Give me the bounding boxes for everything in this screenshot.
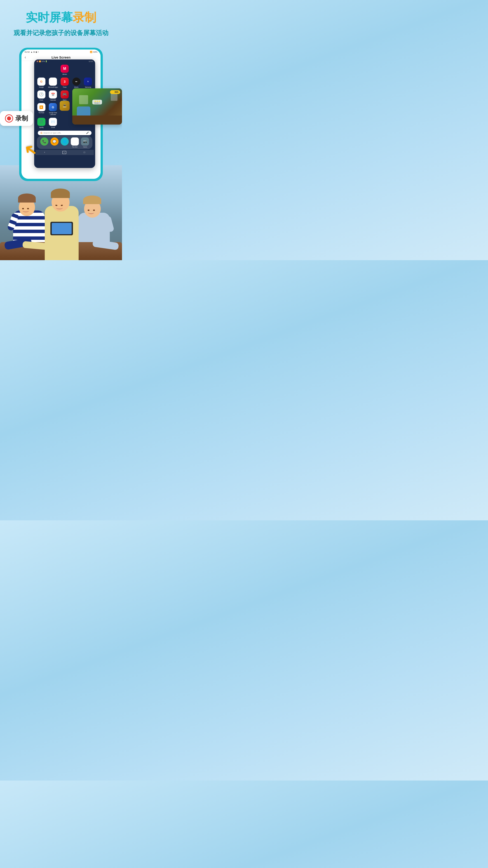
app-google-now[interactable]: G Google Now Launcher xyxy=(48,103,58,116)
search-placeholder: Search or type URL xyxy=(43,132,85,134)
dock-playstore-icon: ▶ xyxy=(71,137,79,146)
calendar-label: Calendar xyxy=(50,99,56,101)
main-title: 实时屏幕录制 xyxy=(4,11,118,24)
child-right-eye-right xyxy=(93,210,95,211)
child-left-eye-right xyxy=(27,208,29,209)
held-phone-screen xyxy=(52,223,72,234)
back-button[interactable]: ‹ xyxy=(25,55,26,60)
child-right-smile xyxy=(88,211,94,214)
dock-phone[interactable]: 📞 xyxy=(39,137,49,148)
signal-icons: ▲ ⊗ ◉ • xyxy=(31,51,39,53)
phone-section: 01:52 ▲ ⊗ ◉ • 📶 63% ‹ Live Screen 🔇 📶 22… xyxy=(4,48,118,188)
page-wrapper: 实时屏幕录制 观看并记录您孩子的设备屏幕活动 01:52 ▲ ⊗ ◉ • 📶 6… xyxy=(0,0,122,260)
camera-label: Camera xyxy=(83,146,87,148)
youtube-label: YouTube xyxy=(38,112,44,114)
building-1 xyxy=(79,95,88,104)
calendar-icon: 📅 xyxy=(49,90,57,98)
microsoft-label: Microsoft Apps xyxy=(48,86,58,88)
google-icon: G xyxy=(37,78,45,86)
mario-label: Mario xyxy=(63,99,66,101)
game-score-badge: ★ 065 xyxy=(110,90,120,94)
monzo-label: Monzo xyxy=(62,73,67,75)
header-area: 实时屏幕录制 观看并记录您孩子的设备屏幕活动 xyxy=(0,0,122,41)
status-left: 01:52 ▲ ⊗ ◉ • xyxy=(25,51,39,53)
building-2 xyxy=(111,93,118,101)
app-row-0: M Monzo xyxy=(35,65,94,75)
nav-back[interactable]: ‹ xyxy=(44,151,45,154)
youtube-icon: ▶️ xyxy=(37,103,45,111)
child-center-hair xyxy=(51,188,70,198)
child-left-eye-left xyxy=(22,208,24,209)
gmail-icon: ✉️ xyxy=(49,118,57,126)
google-now-label: Google Now Launcher xyxy=(48,112,58,116)
playstore-label: Play Store xyxy=(72,146,77,148)
child-right-eye-left xyxy=(88,210,90,211)
child-center-figure xyxy=(43,186,80,260)
nav-recents[interactable]: □ xyxy=(84,151,85,154)
app-samsung[interactable]: S Samsung xyxy=(83,78,93,88)
mission-badge: ⭐⭐⭐ House 1 xyxy=(92,100,102,104)
app-youtube[interactable]: ▶️ YouTube xyxy=(36,103,46,116)
app-gmail[interactable]: ✉️ Gmail xyxy=(48,118,58,128)
star-symbol: ★ xyxy=(112,91,114,93)
app-calendar[interactable]: 📅 Calendar xyxy=(48,90,58,101)
battery-display: 63% xyxy=(93,51,97,53)
rec-button-overlay: 录制 xyxy=(0,111,33,126)
app-row-1: G Google Microsoft Apps xyxy=(35,78,94,88)
game-score: 065 xyxy=(115,91,119,93)
dock-camera-icon: 📷 xyxy=(81,137,89,146)
google-label: Google xyxy=(39,86,44,88)
dirt-terrain xyxy=(72,116,122,125)
title-teal: 实时屏幕 xyxy=(26,11,73,24)
child-status-bar: 🔇 📶 22% 🔋 12:22 xyxy=(34,59,95,63)
wuntu-label: Wuntu xyxy=(74,86,78,88)
app-google[interactable]: G Google xyxy=(36,78,46,88)
app-microsoft[interactable]: Microsoft Apps xyxy=(48,78,58,88)
google-g-logo: G xyxy=(40,131,42,134)
app-three[interactable]: 3 Three xyxy=(59,78,70,88)
dock-internet-icon: 🌐 xyxy=(61,137,69,146)
game-screenshot-overlay: ★ 065 ⭐⭐⭐ House 1 xyxy=(72,88,122,125)
samsung-icon: S xyxy=(84,78,92,86)
child-center-smile xyxy=(56,206,63,209)
mic-icon: 🎤 xyxy=(86,131,89,134)
child-right-hair xyxy=(83,195,101,204)
samsung-label: Samsung xyxy=(85,86,91,88)
google-now-icon: G xyxy=(49,103,57,111)
wuntu-icon: •• xyxy=(72,78,80,86)
dock-camera[interactable]: 📷 Camera xyxy=(80,137,90,148)
microsoft-icon xyxy=(49,78,57,86)
app-mario[interactable]: 🎮 Mario xyxy=(59,90,70,101)
status-right: 📶 63% xyxy=(90,51,97,53)
title-orange: 录制 xyxy=(73,11,96,24)
google-search-bar[interactable]: G Search or type URL 🎤 xyxy=(38,131,92,135)
status-bar: 01:52 ▲ ⊗ ◉ • 📶 63% xyxy=(22,50,101,54)
rec-circle-icon xyxy=(5,114,13,123)
time-display: 01:52 xyxy=(25,51,30,53)
child-time: 12:22 xyxy=(89,60,93,62)
dock-internet[interactable]: 🌐 xyxy=(60,137,70,148)
app-clock[interactable]: 🕐 Clock xyxy=(36,90,46,101)
dock-messages-icon: 💬 xyxy=(51,137,59,146)
wifi-icon: 📶 xyxy=(90,51,92,53)
dock-playstore[interactable]: ▶ Play Store xyxy=(70,137,80,148)
dock-messages[interactable]: 💬 xyxy=(49,137,59,148)
nav-home[interactable]: ⌐ xyxy=(63,151,66,154)
held-phone xyxy=(51,222,73,235)
rec-label: 录制 xyxy=(15,114,28,123)
child-status-icons: 🔇 📶 22% 🔋 xyxy=(36,60,47,62)
live-screen-title: Live Screen xyxy=(52,55,70,59)
three-label: Three xyxy=(63,86,67,88)
dock-row: 📞 💬 🌐 xyxy=(37,136,92,149)
three-icon: 3 xyxy=(61,78,69,86)
subtitle: 观看并记录您孩子的设备屏幕活动 xyxy=(4,29,118,37)
mario-icon: 🎮 xyxy=(61,90,69,98)
clock-label: Clock xyxy=(39,99,43,101)
app-wuntu[interactable]: •• Wuntu xyxy=(71,78,82,88)
nav-bar: ‹ ⌐ □ xyxy=(35,150,94,155)
spotify-label: Spotify xyxy=(39,127,43,128)
app-monzo[interactable]: M Monzo xyxy=(59,65,70,75)
app-spotify[interactable]: 🎵 Spotify xyxy=(36,118,46,128)
rec-app-icon: 🎬 ●REC xyxy=(60,101,70,111)
child-left-smile xyxy=(23,210,29,212)
